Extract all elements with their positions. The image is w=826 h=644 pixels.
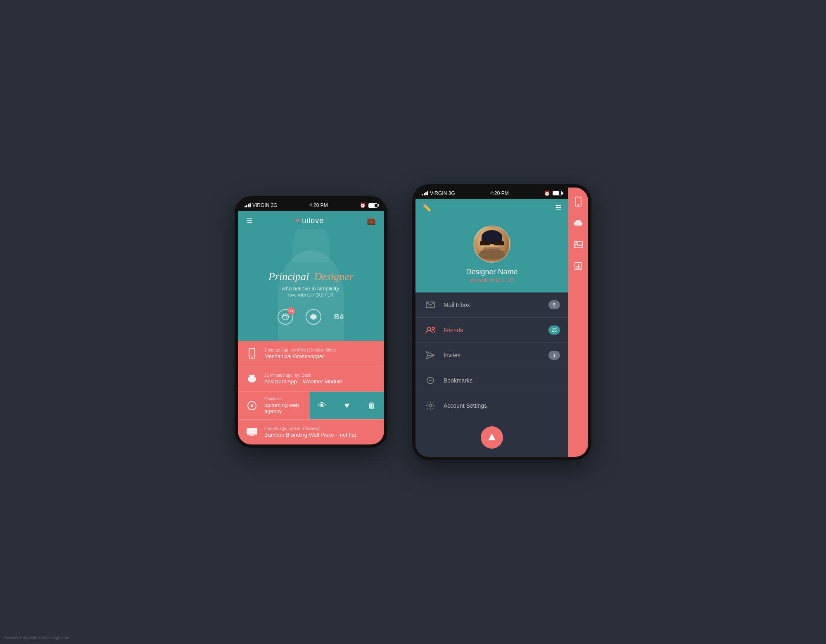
phone2-nav: ✏️ ☰	[422, 203, 562, 212]
svg-rect-21	[574, 241, 582, 248]
hero-image-area	[246, 229, 376, 262]
status-right-1: ⏰	[360, 202, 377, 208]
alarm-icon-2: ⏰	[544, 190, 550, 196]
menu-label-settings: Account Settings	[444, 402, 560, 409]
behance-label[interactable]: Bē	[334, 313, 344, 321]
phone1-header: ☰ ♥ uilove 💼 Principal Designer who beli…	[238, 211, 384, 341]
svg-point-3	[252, 356, 253, 358]
feed-item-actions: 👁 ♥ 🗑	[310, 392, 384, 419]
feed-icon-0	[244, 346, 259, 361]
carrier-text-2: VIRGIN 3G	[430, 190, 455, 196]
menu-badge-mail: 5	[548, 300, 560, 309]
menu-label-invites: Invites	[444, 352, 548, 359]
carrier-info-1: VIRGIN 3G	[244, 202, 278, 208]
feed-item-1[interactable]: 21 minutes ago by: Dash Assistant App – …	[238, 366, 384, 392]
menu-badge-friends: 25	[548, 326, 560, 335]
svg-marker-18	[488, 434, 496, 440]
svg-rect-8	[247, 428, 257, 434]
svg-point-13	[432, 327, 434, 330]
hamburger-icon[interactable]: ☰	[246, 216, 253, 225]
feed-item-0[interactable]: 1 minute ago by: Mike | Creative Mints M…	[238, 341, 384, 366]
feed-text-2: Ghulam ✓ upcoming web agency	[264, 397, 306, 414]
feed-text-0: 1 minute ago by: Mike | Creative Mints M…	[264, 348, 377, 359]
mail-icon	[424, 298, 437, 311]
svg-point-0	[282, 314, 289, 320]
battery-icon-1	[368, 203, 377, 208]
menu-list: Mail Inbox 5 Friends 25	[415, 292, 568, 418]
hero-tagline1: Principal Designer	[250, 271, 372, 283]
dribbble-badge: 21	[287, 307, 295, 315]
phone1-nav: ☰ ♥ uilove 💼	[246, 216, 376, 225]
feed-title-1: Assistant App – Weather Module	[264, 378, 377, 385]
avatar-face	[475, 227, 509, 261]
menu-item-invites[interactable]: Invites 1	[415, 343, 568, 368]
strip-image-icon[interactable]	[572, 239, 584, 250]
menu-item-mail[interactable]: Mail Inbox 5	[415, 292, 568, 318]
hamburger-icon-2[interactable]: ☰	[555, 203, 562, 212]
feed-icon-2	[244, 398, 259, 413]
bookmark-icon	[424, 374, 437, 387]
menu-badge-invites: 1	[548, 351, 560, 360]
feed-meta-0: 1 minute ago by: Mike | Creative Mints	[264, 348, 377, 352]
briefcase-icon[interactable]: 💼	[367, 216, 376, 225]
menu-item-settings[interactable]: Account Settings	[415, 393, 568, 418]
dribbble-icon[interactable]: 21	[278, 309, 293, 325]
brand-name: uilove	[302, 216, 324, 225]
alarm-icon: ⏰	[360, 202, 366, 208]
menu-label-bookmarks: Bookmarks	[444, 377, 560, 384]
svg-point-17	[429, 404, 432, 407]
svg-marker-1	[311, 314, 317, 320]
sketch-icon[interactable]	[306, 309, 321, 325]
profile-section: Designer Name love with UI/ GUI / UX	[415, 219, 568, 292]
signal-bars-1	[244, 203, 251, 207]
svg-point-20	[578, 204, 579, 205]
time-1: 4:20 PM	[309, 202, 328, 208]
feed-list: 1 minute ago by: Mike | Creative Mints M…	[238, 341, 384, 444]
friends-icon	[424, 323, 437, 337]
signal-bars-2	[422, 191, 428, 195]
delete-action-btn[interactable]: 🗑	[359, 392, 384, 419]
edit-icon[interactable]: ✏️	[422, 203, 431, 212]
menu-label-friends: Friends	[444, 327, 548, 333]
status-right-2: ⏰	[544, 190, 562, 196]
phone-2: VIRGIN 3G 4:20 PM ⏰ ✏️ ☰	[415, 188, 568, 457]
feed-icon-1	[244, 371, 259, 386]
strip-cloud-icon[interactable]	[572, 217, 584, 229]
feed-meta-3: 2 hours ago by: Bill S Kenney	[264, 426, 377, 431]
feed-title-2: upcoming web agency	[264, 402, 306, 414]
phone1-header-content: ☰ ♥ uilove 💼 Principal Designer who beli…	[246, 216, 376, 329]
time-2: 4:20 PM	[490, 190, 509, 196]
feed-item-2[interactable]: Ghulam ✓ upcoming web agency 👁 ♥ 🗑	[238, 392, 384, 420]
feed-item-3[interactable]: 2 hours ago by: Bill S Kenney Bamboo Bra…	[238, 420, 384, 444]
carrier-text-1: VIRGIN 3G	[252, 202, 278, 208]
strip-mobile-icon[interactable]	[572, 196, 584, 207]
hero-subtitle2: love with UI / GUI / UX	[250, 292, 372, 297]
phone2-top-nav: ✏️ ☰	[415, 199, 568, 219]
svg-point-7	[251, 404, 253, 407]
like-action-btn[interactable]: ♥	[335, 392, 359, 419]
feed-title-3: Bamboo Branding Wall Piece – not flat	[264, 432, 377, 438]
menu-label-mail: Mail Inbox	[444, 302, 548, 308]
menu-item-bookmarks[interactable]: Bookmarks	[415, 368, 568, 393]
strip-download-icon[interactable]	[572, 260, 584, 272]
tagline-plain: Principal	[268, 271, 309, 283]
feed-text-3: 2 hours ago by: Bill S Kenney Bamboo Bra…	[264, 426, 377, 438]
heart-icon: ♥	[296, 217, 300, 224]
phone-2-wrapper: VIRGIN 3G 4:20 PM ⏰ ✏️ ☰	[412, 184, 591, 460]
avatar	[473, 226, 510, 263]
sidebar-strip	[568, 188, 588, 457]
feed-title-0: Mechanical Grasshopper	[264, 353, 377, 359]
send-icon	[424, 349, 437, 362]
hero-text: Principal Designer who believe in simpli…	[246, 262, 376, 302]
menu-item-friends[interactable]: Friends 25	[415, 318, 568, 343]
status-bar-1: VIRGIN 3G 4:20 PM ⏰	[238, 200, 384, 211]
logout-button[interactable]	[481, 426, 503, 449]
social-icons-row: 21 Bē	[246, 309, 376, 329]
carrier-info-2: VIRGIN 3G	[422, 190, 455, 196]
view-action-btn[interactable]: 👁	[310, 392, 335, 419]
brand-logo: ♥ uilove	[296, 216, 324, 225]
feed-text-1: 21 minutes ago by: Dash Assistant App – …	[264, 373, 377, 385]
watermark: www.elvantagechristiancollege.com	[4, 635, 69, 640]
battery-icon-2	[553, 191, 562, 195]
feed-icon-3	[244, 425, 259, 440]
